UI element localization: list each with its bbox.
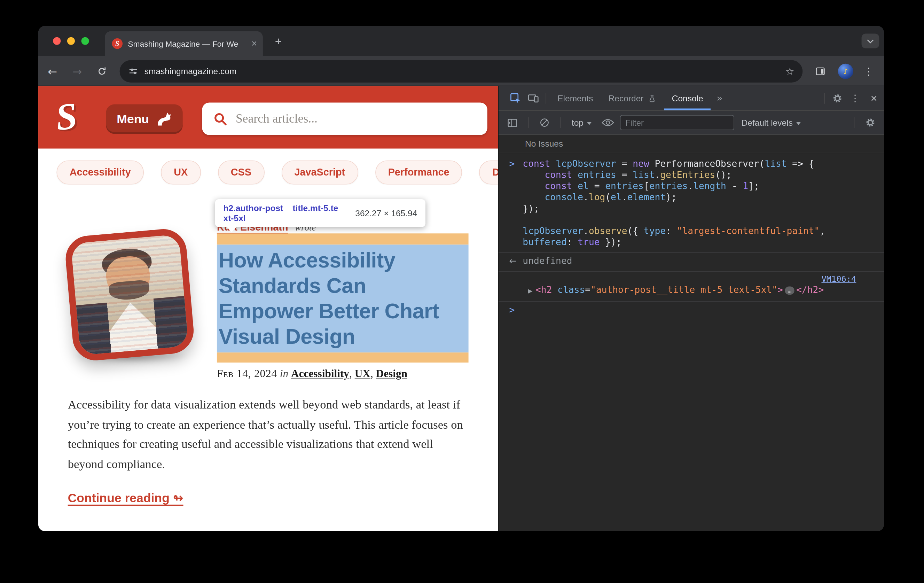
article-tags: Accessibility, UX, Design — [291, 368, 408, 380]
issues-label: No Issues — [525, 139, 563, 149]
tab-recorder[interactable]: Recorder — [601, 86, 664, 110]
console-code-line: buffered: true }); — [523, 237, 884, 248]
console-filter-input[interactable] — [620, 115, 734, 130]
console-toolbar: top Default levels — [498, 111, 884, 135]
address-bar[interactable]: smashingmagazine.com ☆ — [120, 60, 803, 82]
forward-button[interactable]: → — [66, 60, 88, 81]
search-bar[interactable] — [202, 103, 487, 135]
site-settings-icon[interactable] — [128, 66, 138, 76]
console-code-line: console.log(el.element); — [523, 192, 884, 203]
back-button[interactable]: ← — [42, 60, 63, 81]
search-input[interactable] — [236, 111, 477, 126]
article-title-line: Empower Better Chart — [219, 298, 469, 324]
site-header: S Menu — [38, 86, 498, 149]
maximize-window-button[interactable] — [81, 37, 89, 45]
new-tab-button[interactable]: + — [271, 33, 287, 50]
category-pill-css[interactable]: CSS — [218, 160, 265, 184]
gear-icon — [832, 93, 843, 104]
issues-bar[interactable]: No Issues — [498, 135, 884, 153]
in-label: in — [280, 368, 288, 380]
chevron-down-icon — [796, 122, 801, 125]
url-text: smashingmagazine.com — [145, 66, 785, 76]
tab-title: Smashing Magazine — For We — [128, 40, 248, 48]
tab-elements-label: Elements — [558, 93, 593, 103]
divider — [546, 93, 546, 104]
clear-console-icon — [539, 117, 550, 128]
selector-line-2: xt-5xl — [223, 213, 338, 223]
article-tag-ux[interactable]: UX — [355, 368, 370, 380]
console-code-line — [523, 215, 884, 226]
selector-line-1: h2.author-post__title.mt-5.te — [223, 203, 338, 213]
console-code-line: const lcpObserver = new PerformanceObser… — [523, 159, 884, 170]
article-excerpt: Accessibility for data visualization ext… — [68, 395, 469, 474]
devtools-menu-button[interactable]: ⋮ — [846, 89, 864, 107]
tab-console-label: Console — [672, 93, 703, 103]
divider — [561, 117, 561, 128]
more-tabs-button[interactable]: » — [711, 92, 728, 104]
expand-ellipsis-button[interactable]: … — [785, 286, 794, 295]
reload-button[interactable] — [91, 60, 112, 81]
menu-label: Menu — [117, 112, 149, 126]
console-messages: > const lcpObserver = new PerformanceObs… — [498, 153, 884, 531]
console-code: const lcpObserver = new PerformanceObser… — [523, 159, 884, 248]
tab-elements[interactable]: Elements — [550, 86, 601, 110]
prompt-icon: > — [498, 305, 523, 316]
eye-icon — [602, 119, 614, 127]
console-prompt[interactable]: > — [498, 302, 884, 320]
article-tag-accessibility[interactable]: Accessibility — [291, 368, 349, 380]
chevron-down-icon — [867, 39, 874, 43]
article-title-line: Standards Can — [219, 273, 469, 299]
log-levels-label: Default levels — [742, 118, 793, 127]
context-selector[interactable]: top — [568, 118, 595, 127]
live-expression-button[interactable] — [599, 114, 617, 132]
console-code-line: const entries = list.getEntries(); — [523, 170, 884, 181]
clear-console-button[interactable] — [536, 114, 554, 132]
profile-avatar[interactable]: ♪ — [838, 63, 853, 79]
console-settings-button[interactable] — [862, 114, 879, 132]
inspect-tooltip: h2.author-post__title.mt-5.te xt-5xl 362… — [215, 199, 426, 227]
device-toolbar-button[interactable] — [524, 89, 542, 107]
console-code-line: }); — [523, 203, 884, 215]
gear-icon — [865, 117, 876, 128]
tab-search-button[interactable] — [862, 33, 879, 48]
minimize-window-button[interactable] — [67, 37, 75, 45]
article-title-line: Visual Design — [219, 324, 469, 349]
console-code-line: const el = entries[entries.length - 1]; — [523, 181, 884, 192]
category-pill-ux[interactable]: UX — [161, 160, 201, 184]
menu-button[interactable]: Menu — [106, 104, 183, 134]
category-pill-performance[interactable]: Performance — [375, 160, 462, 184]
close-window-button[interactable] — [53, 37, 61, 45]
article-title: How AccessibilityStandards CanEmpower Be… — [217, 244, 469, 352]
article-meta: Feb 14, 2024 in Accessibility, UX, Desig… — [217, 368, 408, 380]
category-pill-javascript[interactable]: JavaScript — [281, 160, 358, 184]
tab-console[interactable]: Console — [664, 86, 711, 110]
devtools-panel: Elements Recorder Console » — [498, 86, 884, 531]
bookmark-star-icon[interactable]: ☆ — [785, 65, 794, 77]
divider — [825, 93, 825, 104]
devtools-close-button[interactable]: × — [864, 92, 884, 104]
log-levels-selector[interactable]: Default levels — [738, 118, 804, 127]
author-photo[interactable] — [64, 227, 196, 362]
console-code-line: lcpObserver.observe({ type: "largest-con… — [523, 226, 884, 237]
devtools-settings-button[interactable] — [828, 89, 846, 107]
browser-tab[interactable]: S Smashing Magazine — For We × — [105, 31, 263, 56]
inspect-element-button[interactable] — [507, 89, 525, 107]
console-sidebar-icon — [507, 117, 518, 128]
category-pill-design[interactable]: Design — [479, 160, 498, 184]
continue-reading-link[interactable]: Continue reading ↬ — [68, 491, 183, 505]
side-panel-button[interactable] — [810, 60, 831, 81]
source-link[interactable]: VM106:4 — [821, 274, 856, 284]
article-tag-design[interactable]: Design — [376, 368, 408, 380]
disclosure-triangle-icon[interactable]: ▶ — [528, 285, 533, 296]
smashing-logo[interactable]: S — [53, 89, 80, 145]
source-link-row: VM106:4 — [498, 273, 884, 284]
tab-close-icon[interactable]: × — [251, 39, 257, 48]
console-sidebar-button[interactable] — [503, 114, 521, 132]
browser-menu-button[interactable]: ⋮ — [860, 65, 877, 77]
search-icon — [213, 111, 228, 126]
photo-glitch-overlay — [71, 235, 188, 355]
browser-window: S Smashing Magazine — For We × + ← → — [38, 26, 884, 531]
article-title-line: How Accessibility — [219, 248, 469, 273]
title-bar: S Smashing Magazine — For We × + — [38, 26, 884, 56]
category-pill-accessibility[interactable]: Accessibility — [56, 160, 144, 184]
